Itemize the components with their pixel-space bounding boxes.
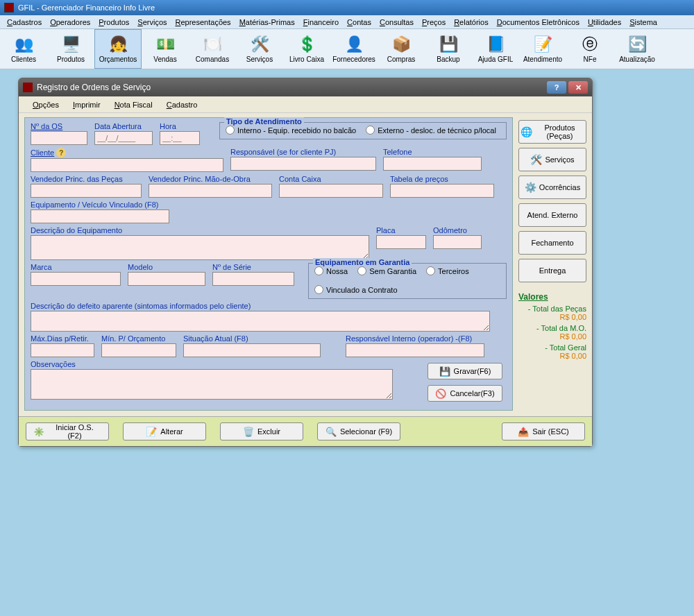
toolbar-atualiza-o[interactable]: 🔄Atualização: [613, 29, 661, 69]
responsavel-pj-input[interactable]: [230, 157, 376, 171]
vend-pecas-input[interactable]: [31, 184, 142, 198]
cliente-input[interactable]: [31, 158, 223, 172]
menu-financeiro[interactable]: Financeiro: [299, 17, 343, 28]
radio-terceiros[interactable]: Terceiros: [426, 266, 469, 275]
menu-documentos-eletr-nicos[interactable]: Documentos Eletrônicos: [493, 17, 584, 28]
situacao-input[interactable]: [183, 343, 321, 357]
desc-defeito-input[interactable]: [31, 311, 490, 332]
side-servicos-button[interactable]: 🛠️Serviços: [518, 148, 586, 171]
menu-sistema[interactable]: Sistema: [625, 17, 661, 28]
side-entrega-button[interactable]: Entrega: [518, 259, 586, 282]
label-odometro: Odômetro: [433, 226, 482, 234]
radio-externo[interactable]: Externo - desloc. de técnico p/local: [366, 126, 496, 135]
val-pecas-amount: R$ 0,00: [559, 313, 586, 321]
plus-icon: ✳️: [33, 427, 44, 437]
toolbar-icon: 💵: [154, 35, 176, 54]
side-atend-externo-button[interactable]: Atend. Externo: [518, 203, 586, 227]
toolbar-fornecedores[interactable]: 👤Fornecedores: [330, 29, 378, 69]
label-hora: Hora: [160, 122, 200, 130]
help-icon[interactable]: ?: [56, 148, 66, 157]
label-resp-interno: Responsável Interno (operador) -(F8): [346, 334, 484, 343]
cancelar-button[interactable]: 🚫Cancelar(F3): [428, 385, 502, 402]
side-produtos-button[interactable]: 🌐Produtos (Peças): [518, 120, 586, 144]
telefone-input[interactable]: [383, 157, 482, 171]
desc-equip-input[interactable]: [31, 235, 369, 260]
data-abertura-input[interactable]: [94, 131, 153, 145]
toolbar-atendimento[interactable]: 📝Atendimento: [519, 29, 566, 69]
side-ocorrencias-button[interactable]: ⚙️Ocorrências: [518, 176, 586, 199]
num-os-input[interactable]: [31, 131, 87, 145]
modelo-input[interactable]: [128, 272, 205, 286]
tabela-precos-input[interactable]: [390, 184, 494, 198]
menu-contas[interactable]: Contas: [343, 17, 375, 28]
odometro-input[interactable]: [433, 235, 482, 249]
radio-contrato[interactable]: Vinculado a Contrato: [314, 285, 398, 294]
placa-input[interactable]: [376, 235, 426, 249]
toolbar-ajuda-gfil[interactable]: 📘Ajuda GFIL: [472, 29, 519, 69]
toolbar-livro-caixa[interactable]: 💲Livro Caixa: [283, 29, 330, 69]
toolbar-clientes[interactable]: 👥Clientes: [0, 29, 47, 69]
label-vend-mo: Vendedor Princ. Mão-de-Obra: [149, 175, 272, 183]
val-geral-label: - Total Geral: [545, 343, 586, 352]
dialog-close-button[interactable]: ✕: [568, 81, 588, 94]
toolbar-nfe[interactable]: ⓔNFe: [566, 29, 613, 69]
dlg-menu-nota-fiscal[interactable]: Nota Fiscal: [108, 99, 160, 110]
vend-mo-input[interactable]: [149, 184, 272, 198]
toolbar-vendas[interactable]: 💵Vendas: [142, 29, 189, 69]
menu-consultas[interactable]: Consultas: [375, 17, 418, 28]
iniciar-os-button[interactable]: ✳️Iniciar O.S. (F2): [26, 422, 109, 440]
toolbar-icon: 🍽️: [201, 35, 223, 54]
dlg-menu-op-es[interactable]: Opções: [26, 99, 66, 110]
hora-input[interactable]: [160, 131, 200, 145]
cancel-icon: 🚫: [435, 388, 446, 399]
toolbar-produtos[interactable]: 🖥️Produtos: [47, 29, 94, 69]
sair-button[interactable]: 📤Sair (ESC): [502, 422, 585, 440]
label-num-os[interactable]: Nº da OS: [31, 122, 62, 130]
service-order-dialog: Registro de Ordens de Serviço ? ✕ Opções…: [18, 78, 593, 447]
label-equip-vinc: Equipamento / Veículo Vinculado (F8): [31, 200, 169, 209]
label-num-serie: Nº de Série: [212, 263, 294, 271]
selecionar-button[interactable]: 🔍Selecionar (F9): [317, 422, 400, 440]
excluir-button[interactable]: 🗑️Excluir: [220, 422, 303, 440]
dialog-help-button[interactable]: ?: [547, 81, 566, 94]
toolbar-comandas[interactable]: 🍽️Comandas: [189, 29, 236, 69]
dlg-menu-cadastro[interactable]: Cadastro: [160, 99, 205, 110]
menu-relat-rios[interactable]: Relatórios: [450, 17, 493, 28]
menu-operadores[interactable]: Operadores: [46, 17, 94, 28]
num-serie-input[interactable]: [212, 272, 294, 286]
label-observacoes: Observações: [31, 360, 393, 368]
menu-pre-os[interactable]: Preços: [418, 17, 450, 28]
min-orc-input[interactable]: [101, 343, 176, 357]
tools-icon: 🛠️: [530, 154, 542, 165]
radio-interno[interactable]: Interno - Equip. recebido no balcão: [226, 126, 356, 135]
gravar-button[interactable]: 💾Gravar(F6): [428, 363, 502, 379]
menu-utilidades[interactable]: Utilidades: [584, 17, 625, 28]
radio-nossa[interactable]: Nossa: [314, 266, 348, 275]
resp-interno-input[interactable]: [346, 343, 484, 357]
toolbar-backup[interactable]: 💾Backup: [425, 29, 472, 69]
side-fechamento-button[interactable]: Fechamento: [518, 231, 586, 255]
toolbar-icon: 🛠️: [248, 35, 271, 54]
toolbar-icon: 👤: [343, 35, 365, 54]
toolbar-or-amentos[interactable]: 👧Orçamentos: [94, 29, 142, 69]
toolbar-icon: 👧: [107, 35, 129, 54]
radio-sem-garantia[interactable]: Sem Garantia: [357, 266, 416, 275]
menu-servi-os[interactable]: Serviços: [133, 17, 171, 28]
label-cliente[interactable]: Cliente: [31, 148, 54, 157]
menu-cadastros[interactable]: Cadastros: [3, 17, 46, 28]
max-dias-input[interactable]: [31, 343, 94, 357]
observacoes-input[interactable]: [31, 369, 393, 400]
toolbar-servi-os[interactable]: 🛠️Serviços: [236, 29, 283, 69]
toolbar-icon: 📝: [532, 35, 554, 54]
menu-representa-es[interactable]: Representações: [171, 17, 235, 28]
dlg-menu-imprimir[interactable]: Imprimir: [66, 99, 108, 110]
main-menubar: CadastrosOperadoresProdutosServiçosRepre…: [0, 15, 694, 29]
alterar-button[interactable]: 📝Alterar: [123, 422, 206, 440]
menu-produtos[interactable]: Produtos: [94, 17, 133, 28]
menu-mat-rias-primas[interactable]: Matérias-Primas: [235, 17, 299, 28]
conta-caixa-input[interactable]: [279, 184, 383, 198]
marca-input[interactable]: [31, 272, 121, 286]
equip-vinc-input[interactable]: [31, 209, 169, 223]
toolbar-compras[interactable]: 📦Compras: [378, 29, 425, 69]
form-area: Nº da OS Data Abertura Hora Tipo de Aten…: [24, 117, 513, 411]
